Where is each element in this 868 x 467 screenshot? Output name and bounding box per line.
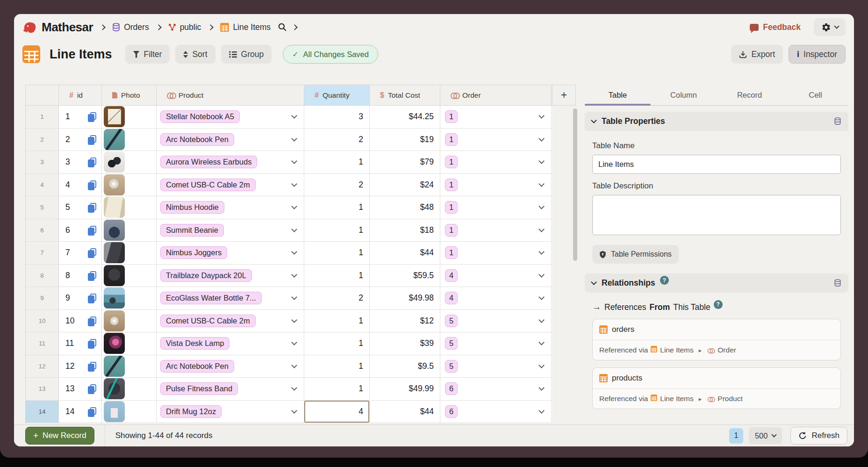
cell-id[interactable]: 13 bbox=[59, 378, 102, 401]
cell-total-cost[interactable]: $49.99 bbox=[370, 378, 440, 401]
chevron-down-icon[interactable] bbox=[538, 362, 545, 368]
chevron-down-icon[interactable] bbox=[538, 385, 545, 391]
cell-order[interactable]: 1 bbox=[440, 242, 552, 265]
breadcrumb-database[interactable]: Orders bbox=[112, 22, 149, 32]
chevron-down-icon[interactable] bbox=[291, 226, 297, 232]
tab-column[interactable]: Column bbox=[651, 85, 717, 105]
cell-total-cost[interactable]: $19 bbox=[370, 129, 440, 151]
copy-record-icon[interactable] bbox=[88, 271, 96, 280]
cell-total-cost[interactable]: $9.5 bbox=[370, 355, 440, 378]
column-header-total_cost[interactable]: $Total Cost bbox=[370, 85, 440, 106]
cell-product[interactable]: Arc Notebook Pen bbox=[157, 129, 304, 151]
cell-quantity[interactable]: 4 bbox=[304, 401, 370, 424]
cell-product[interactable]: Stellar Notebook A5 bbox=[157, 106, 304, 129]
chevron-down-icon[interactable] bbox=[291, 249, 297, 255]
chevron-down-icon[interactable] bbox=[538, 339, 545, 345]
cell-id[interactable]: 2 bbox=[59, 129, 102, 151]
cell-total-cost[interactable]: $48 bbox=[370, 196, 440, 219]
copy-record-icon[interactable] bbox=[88, 407, 96, 416]
chevron-down-icon[interactable] bbox=[291, 294, 297, 300]
cell-id[interactable]: 5 bbox=[59, 196, 102, 219]
cell-order[interactable]: 1 bbox=[440, 174, 552, 197]
inspector-button[interactable]: i Inspector bbox=[789, 45, 846, 64]
chevron-down-icon[interactable] bbox=[538, 408, 545, 414]
row-number[interactable]: 3 bbox=[26, 151, 59, 174]
cell-order[interactable]: 4 bbox=[440, 287, 552, 310]
breadcrumb-expand-icon[interactable] bbox=[292, 24, 298, 30]
cell-order[interactable]: 1 bbox=[440, 196, 552, 219]
cell-photo[interactable] bbox=[102, 355, 157, 378]
chevron-down-icon[interactable] bbox=[291, 203, 297, 209]
cell-order[interactable]: 5 bbox=[440, 355, 552, 378]
row-number[interactable]: 10 bbox=[26, 310, 59, 333]
add-column-button[interactable]: + bbox=[552, 85, 576, 106]
cell-id[interactable]: 10 bbox=[59, 310, 102, 333]
cell-id[interactable]: 4 bbox=[59, 174, 102, 197]
new-record-button[interactable]: + New Record bbox=[25, 427, 94, 445]
cell-total-cost[interactable]: $49.98 bbox=[370, 287, 440, 310]
chevron-down-icon[interactable] bbox=[538, 294, 545, 300]
cell-product[interactable]: EcoGlass Water Bottle 7... bbox=[157, 287, 304, 310]
chevron-down-icon[interactable] bbox=[291, 408, 297, 414]
chevron-down-icon[interactable] bbox=[538, 181, 545, 187]
cell-photo[interactable] bbox=[102, 310, 157, 333]
copy-record-icon[interactable] bbox=[88, 135, 96, 144]
row-number[interactable]: 14 bbox=[26, 401, 59, 424]
cell-photo[interactable] bbox=[102, 174, 157, 197]
chevron-down-icon[interactable] bbox=[291, 339, 297, 345]
cell-photo[interactable] bbox=[102, 151, 157, 174]
cell-id[interactable]: 6 bbox=[59, 219, 102, 242]
cell-quantity[interactable]: 1 bbox=[304, 219, 370, 242]
table-properties-section-header[interactable]: Table Properties bbox=[585, 112, 848, 131]
row-number[interactable]: 6 bbox=[26, 219, 59, 242]
cell-quantity[interactable]: 1 bbox=[304, 196, 370, 219]
copy-record-icon[interactable] bbox=[88, 362, 96, 371]
cell-product[interactable]: Comet USB-C Cable 2m bbox=[157, 310, 304, 333]
filter-button[interactable]: Filter bbox=[125, 45, 170, 64]
cell-quantity[interactable]: 3 bbox=[304, 106, 370, 129]
cell-total-cost[interactable]: $24 bbox=[370, 174, 440, 197]
cell-quantity[interactable]: 1 bbox=[304, 242, 370, 265]
row-number[interactable]: 2 bbox=[26, 129, 59, 151]
cell-total-cost[interactable]: $12 bbox=[370, 310, 440, 333]
cell-photo[interactable] bbox=[102, 265, 157, 287]
cell-total-cost[interactable]: $59.5 bbox=[370, 265, 440, 287]
cell-id[interactable]: 14 bbox=[59, 401, 102, 424]
cell-id[interactable]: 12 bbox=[59, 355, 102, 378]
copy-record-icon[interactable] bbox=[88, 158, 96, 166]
cell-product[interactable]: Comet USB-C Cable 2m bbox=[157, 174, 304, 197]
breadcrumb-schema[interactable]: public bbox=[168, 22, 201, 32]
cell-quantity[interactable]: 2 bbox=[304, 174, 370, 197]
row-number[interactable]: 8 bbox=[26, 265, 59, 287]
cell-order[interactable]: 6 bbox=[440, 401, 552, 424]
chevron-down-icon[interactable] bbox=[291, 362, 297, 368]
chevron-down-icon[interactable] bbox=[291, 317, 297, 323]
feedback-button[interactable]: Feedback bbox=[750, 22, 801, 32]
copy-record-icon[interactable] bbox=[88, 248, 96, 257]
cell-id[interactable]: 7 bbox=[59, 242, 102, 265]
chevron-down-icon[interactable] bbox=[291, 385, 297, 391]
cell-product[interactable]: Aurora Wireless Earbuds bbox=[157, 151, 304, 174]
cell-total-cost[interactable]: $18 bbox=[370, 219, 440, 242]
chevron-down-icon[interactable] bbox=[538, 317, 545, 323]
page-size-select[interactable]: 500 bbox=[749, 427, 782, 444]
cell-photo[interactable] bbox=[102, 401, 157, 424]
relationships-section-header[interactable]: Relationships ? bbox=[585, 273, 848, 293]
cell-quantity[interactable]: 2 bbox=[304, 287, 370, 310]
column-header-order[interactable]: Order bbox=[440, 85, 552, 106]
cell-quantity[interactable]: 1 bbox=[304, 355, 370, 378]
group-button[interactable]: Group bbox=[221, 45, 272, 64]
cell-photo[interactable] bbox=[102, 242, 157, 265]
cell-id[interactable]: 3 bbox=[59, 151, 102, 174]
cell-order[interactable]: 1 bbox=[440, 129, 552, 151]
sort-button[interactable]: Sort bbox=[175, 45, 215, 64]
cell-quantity[interactable]: 2 bbox=[304, 129, 370, 151]
copy-record-icon[interactable] bbox=[88, 339, 96, 348]
cell-product[interactable]: Nimbus Hoodie bbox=[157, 196, 304, 219]
chevron-down-icon[interactable] bbox=[538, 158, 545, 164]
export-button[interactable]: Export bbox=[731, 45, 783, 64]
breadcrumb-table[interactable]: Line Items bbox=[220, 22, 271, 32]
cell-order[interactable]: 1 bbox=[440, 106, 552, 129]
search-icon[interactable] bbox=[278, 22, 287, 32]
table-name-input[interactable] bbox=[592, 155, 841, 174]
